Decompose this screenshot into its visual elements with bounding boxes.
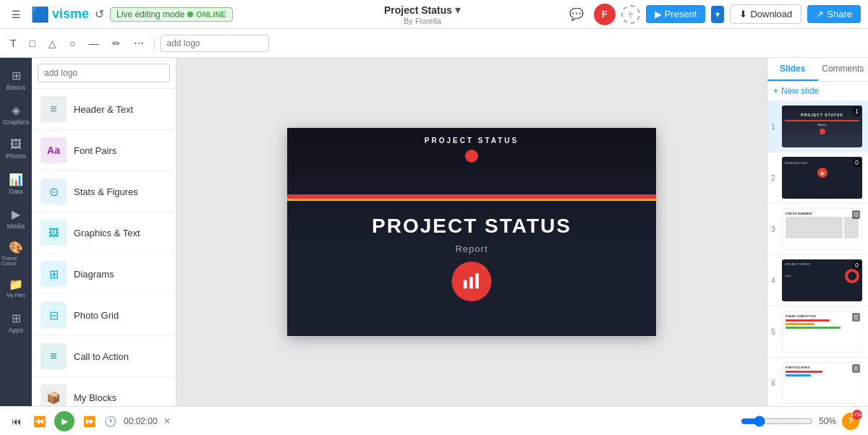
avatar-button[interactable]: F	[594, 4, 616, 25]
slide-num-2: 2	[767, 174, 779, 182]
tab-comments[interactable]: Comments	[818, 58, 869, 81]
sidebar-item-my-files[interactable]: 📁 My Files	[1, 272, 30, 303]
apps-label: Apps	[9, 327, 24, 334]
present-button[interactable]: ▶ Present	[646, 5, 706, 23]
panel-item-my-blocks[interactable]: 📦 My Blocks	[32, 377, 176, 406]
slide-num-3: 3	[767, 225, 779, 233]
canvas-area[interactable]: PROJECT STATUS PROJECT STATUS Report	[176, 58, 767, 406]
logo-search-input[interactable]	[161, 35, 269, 52]
theme-colors-icon: 🎨	[9, 241, 23, 254]
panel-item-photo-grid[interactable]: ⊟ Photo Grid	[32, 295, 176, 336]
add-collaborator-button[interactable]: +	[621, 5, 640, 24]
logo-text: visme	[52, 7, 89, 22]
slide-1-badge: 1	[853, 107, 861, 116]
panel-item-font-pairs[interactable]: Aa Font Pairs	[32, 130, 176, 171]
slide-top-label: PROJECT STATUS	[287, 137, 656, 145]
slide-4-badge: 0	[853, 261, 861, 270]
slide-thumb-2[interactable]: 2 INTRODUCTION 🏠 0	[767, 152, 868, 204]
new-slide-label: New slide	[781, 86, 819, 96]
project-dropdown-icon[interactable]: ▾	[455, 3, 461, 17]
draw-tool[interactable]: ✏	[108, 35, 125, 52]
close-time-button[interactable]: ✕	[163, 416, 171, 426]
slide-thumb-6[interactable]: 6 PORTFOLI RISKS 0	[767, 358, 868, 406]
logo: 🟦 visme	[31, 6, 89, 23]
slide-thumb-4[interactable]: 4 PROJECT STATUS Lorem 0	[767, 255, 868, 306]
slide-thumb-5[interactable]: 5 PHASE COMPLETION 0	[767, 306, 868, 358]
media-icon: ▶	[12, 207, 20, 221]
sidebar-item-photos[interactable]: 🖼 Photos	[1, 133, 30, 165]
sidebar-item-basics[interactable]: ⊞ Basics	[1, 64, 30, 95]
notification-badge: ? 1784	[842, 413, 859, 430]
text-tool[interactable]: T	[6, 35, 21, 52]
right-tabs: Slides Comments	[767, 58, 868, 82]
panel: ≡ Header & Text Aa Font Pairs ⊙ Stats & …	[32, 58, 176, 406]
panel-item-call-to-action[interactable]: ≡ Call to Action	[32, 336, 176, 377]
present-label: Present	[665, 9, 697, 20]
topbar-center: Project Status ▾ By Fiorella	[286, 3, 558, 25]
tab-slides[interactable]: Slides	[767, 58, 818, 81]
panel-search-input[interactable]	[38, 64, 170, 82]
topbar: ☰ 🟦 visme ↺ Live editing mode ONLINE Pro…	[0, 0, 868, 29]
svg-rect-1	[469, 277, 473, 288]
zoom-percent: 50%	[819, 416, 836, 426]
circle-tool[interactable]: ○	[65, 35, 80, 52]
sidebar-item-graphics[interactable]: ◈ Graphics	[1, 98, 30, 130]
bottom-bar: ⏮ ⏪ ▶ ⏩ 🕐 00:02:00 ✕ 50% ? 1784	[0, 406, 868, 435]
play-button[interactable]: ▶	[54, 411, 75, 431]
sidebar-item-theme-colors[interactable]: 🎨 Theme Colors	[1, 237, 30, 269]
project-title: Project Status	[384, 4, 452, 16]
slide-top-icon	[465, 150, 478, 163]
slide-preview-4: PROJECT STATUS Lorem 0	[782, 259, 862, 301]
sidebar-item-apps[interactable]: ⊞ Apps	[1, 306, 30, 338]
slide-3-badge: 0	[852, 210, 860, 219]
sidebar-item-media[interactable]: ▶ Media	[1, 202, 30, 234]
share-button[interactable]: ↗ Share	[807, 5, 861, 23]
comment-button[interactable]: 💬	[565, 4, 588, 24]
panel-search	[32, 58, 176, 89]
slide-thumb-1[interactable]: 1 PROJECT STATUS Report 1	[767, 101, 868, 152]
graphics-label: Graphics	[3, 119, 29, 126]
topbar-right: 💬 F + ▶ Present ▾ ⬇ Download ↗ Share	[565, 4, 861, 25]
panel-item-diagrams[interactable]: ⊞ Diagrams	[32, 254, 176, 295]
diagrams-label: Diagrams	[74, 269, 114, 280]
triangle-tool[interactable]: △	[44, 35, 61, 52]
toolbar2: T □ △ ○ — ✏ ⋯	[0, 29, 868, 58]
nav-next-button[interactable]: ⏩	[80, 414, 98, 428]
slide-chart-icon	[452, 262, 492, 301]
download-icon: ⬇	[739, 9, 747, 20]
slide-thumb-3[interactable]: 3 STATUS SUMMARY 0	[767, 204, 868, 255]
menu-button[interactable]: ☰	[7, 6, 25, 23]
slide-5-badge: 0	[852, 313, 860, 322]
toolbar-divider	[154, 36, 155, 51]
slide-canvas[interactable]: PROJECT STATUS PROJECT STATUS Report	[287, 128, 656, 336]
download-button[interactable]: ⬇ Download	[730, 4, 801, 24]
download-label: Download	[750, 9, 792, 20]
my-files-label: My Files	[7, 293, 25, 298]
font-pairs-label: Font Pairs	[74, 145, 116, 156]
zoom-slider[interactable]	[741, 415, 813, 427]
share-icon: ↗	[816, 9, 824, 20]
slide-preview-6: PORTFOLI RISKS 0	[782, 362, 862, 404]
panel-item-stats-figures[interactable]: ⊙ Stats & Figures	[32, 171, 176, 212]
slide-stripe-yellow	[287, 199, 656, 201]
panel-item-graphics-text[interactable]: 🖼 Graphics & Text	[32, 212, 176, 254]
notification-count: 1784	[852, 410, 862, 420]
clock-icon: 🕐	[104, 415, 116, 427]
undo-button[interactable]: ↺	[95, 7, 104, 21]
graphics-text-label: Graphics & Text	[74, 228, 140, 238]
sidebar-item-data[interactable]: 📊 Data	[1, 168, 30, 199]
theme-colors-label: Theme Colors	[1, 256, 30, 266]
present-more-button[interactable]: ▾	[711, 6, 724, 23]
nav-prev-button[interactable]: ⏪	[30, 414, 48, 428]
line-tool[interactable]: —	[85, 35, 103, 52]
slide-preview-2: INTRODUCTION 🏠 0	[782, 157, 862, 199]
rect-tool[interactable]: □	[25, 35, 40, 52]
panel-item-header-text[interactable]: ≡ Header & Text	[32, 89, 176, 130]
project-by: By Fiorella	[404, 17, 441, 25]
nav-first-button[interactable]: ⏮	[9, 414, 25, 428]
new-slide-button[interactable]: + New slide	[767, 82, 868, 101]
more-tools[interactable]: ⋯	[129, 35, 148, 52]
editing-mode-label: Live editing mode	[116, 9, 184, 20]
apps-icon: ⊞	[12, 311, 21, 325]
data-label: Data	[9, 188, 22, 195]
